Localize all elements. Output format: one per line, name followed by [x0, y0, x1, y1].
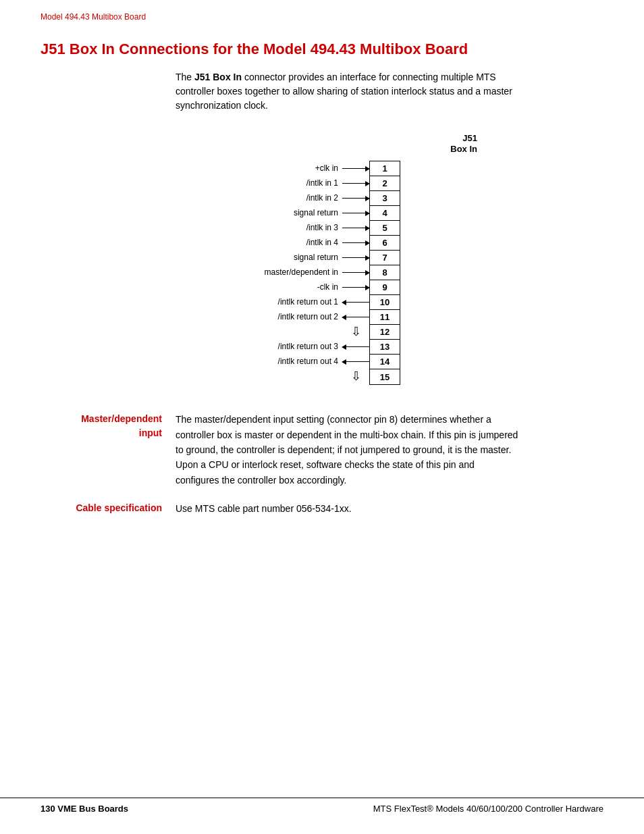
pin-8: 8 [370, 265, 400, 280]
master-dependent-text: The master/dependent input setting (conn… [176, 412, 520, 488]
pin-number-box: 1 2 3 4 5 6 7 8 9 10 11 12 13 14 [369, 161, 400, 385]
breadcrumb: Model 494.43 Multibox Board [0, 0, 644, 22]
pin-row-11: /intlk return out 2 [194, 309, 369, 324]
pin-10: 10 [370, 295, 400, 310]
cable-specification-section: Cable specification Use MTS cable part n… [41, 501, 603, 516]
pin-4: 4 [370, 206, 400, 221]
pin-row-10: /intlk return out 1 [194, 294, 369, 309]
pin-row-7: signal return [194, 250, 369, 265]
pin-7: 7 [370, 251, 400, 265]
pin-row-4: signal return [194, 205, 369, 220]
master-dependent-label: Master/dependent input [41, 412, 176, 488]
pin-row-1: +clk in [194, 161, 369, 176]
section-title: J51 Box In Connections for the Model 494… [41, 41, 603, 58]
pin-1: 1 [370, 161, 400, 176]
pin-11: 11 [370, 310, 400, 325]
master-dependent-section: Master/dependent input The master/depend… [41, 412, 603, 488]
pin-6: 6 [370, 236, 400, 251]
pin-row-14: /intlk return out 4 [194, 354, 369, 369]
cable-specification-label: Cable specification [41, 501, 176, 516]
pin-row-6: /intlk in 4 [194, 235, 369, 250]
footer: 130 VME Bus Boards MTS FlexTest® Models … [0, 798, 644, 814]
pin-layout: +clk in /intlk in 1 /intlk in 2 [194, 161, 518, 385]
pin-row-15: ⇩ [194, 369, 369, 384]
cable-specification-text: Use MTS cable part number 056-534-1xx. [176, 501, 520, 516]
page: Model 494.43 Multibox Board J51 Box In C… [0, 0, 644, 834]
pin-9: 9 [370, 280, 400, 295]
pin-row-13: /intlk return out 3 [194, 339, 369, 354]
pin-12: 12 [370, 325, 400, 340]
pin-13: 13 [370, 340, 400, 355]
content: J51 Box In Connections for the Model 494… [0, 22, 644, 517]
footer-right: MTS FlexTest® Models 40/60/100/200 Contr… [373, 804, 603, 814]
pin-14: 14 [370, 355, 400, 369]
signal-column: +clk in /intlk in 1 /intlk in 2 [194, 161, 369, 384]
intro-text-before: The [176, 72, 194, 82]
pin-row-8: master/dependent in [194, 265, 369, 280]
pin-row-5: /intlk in 3 [194, 220, 369, 235]
pin-row-9: -clk in [194, 280, 369, 294]
pin-row-3: /intlk in 2 [194, 190, 369, 205]
pin-3: 3 [370, 191, 400, 206]
intro-paragraph: The J51 Box In connector provides an int… [176, 70, 520, 113]
connector-label: J51 Box In [450, 133, 518, 154]
pin-row-12: ⇩ [194, 324, 369, 339]
pin-15: 15 [370, 369, 400, 384]
intro-bold-text: J51 Box In [194, 72, 242, 82]
connector-diagram-area: J51 Box In +clk in [41, 133, 603, 385]
footer-left: 130 VME Bus Boards [41, 804, 128, 814]
connector-diagram: J51 Box In +clk in [194, 133, 518, 385]
pin-2: 2 [370, 176, 400, 191]
pin-5: 5 [370, 221, 400, 236]
pin-row-2: /intlk in 1 [194, 176, 369, 190]
